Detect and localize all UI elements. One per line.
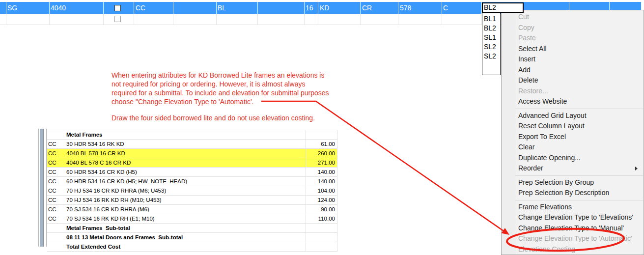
column-divider xyxy=(103,2,104,14)
column-divider xyxy=(442,14,442,25)
column-divider xyxy=(304,14,305,25)
menu-item-restore: Restore... xyxy=(502,86,644,97)
app-canvas: SG 4040 CC BL 16 KD CR 578 C BL1 BL2 SL1… xyxy=(0,0,644,255)
menu-item-prep-selection-by-group[interactable]: Prep Selection By Group xyxy=(502,177,644,188)
report-row[interactable]: CC 70 SJ 534 16 CR KD RHRA (M6) 90.00 xyxy=(47,205,337,214)
grid-cell[interactable]: 578 xyxy=(400,4,411,12)
grid-cell[interactable]: 16 xyxy=(306,4,313,12)
report-row[interactable]: CC 60 HDR 534 16 CR KD (H5) 140.00 xyxy=(47,168,337,177)
report-row[interactable]: CC 30 HDR 534 16 RK KD 61.00 xyxy=(47,140,337,149)
column-divider xyxy=(398,14,398,25)
column-divider xyxy=(134,14,134,25)
column-divider xyxy=(216,2,217,14)
annotation-paragraph: When entering attributes for KD Borrowed… xyxy=(112,71,329,106)
report-subtotal-row: 08 11 13 Metal Doors and Frames Sub-tota… xyxy=(47,233,337,242)
grid-cell[interactable]: KD xyxy=(320,4,329,12)
menu-item-advanced-grid-layout[interactable]: Advanced Grid Layout xyxy=(502,111,644,121)
menu-item-change-elevation-type-manual[interactable]: Change Elevation Type to 'Manual' xyxy=(502,223,644,234)
column-divider xyxy=(6,14,6,25)
annotation-paragraph: Draw the four sided borrowed lite and do… xyxy=(112,113,329,122)
column-divider xyxy=(6,2,6,14)
menu-item-paste: Paste xyxy=(502,33,644,44)
group-header-label: Metal Frames xyxy=(66,130,306,139)
pane-splitter[interactable] xyxy=(38,129,47,247)
menu-item-reset-column-layout[interactable]: Reset Column Layout xyxy=(502,121,644,132)
column-divider xyxy=(318,14,318,25)
second-row-checkbox[interactable] xyxy=(114,16,121,22)
column-divider xyxy=(318,2,318,14)
report-subtotal-row: Metal Frames Sub-total xyxy=(47,224,337,233)
selected-row-checkbox[interactable] xyxy=(114,5,121,11)
menu-item-reorder[interactable]: Reorder xyxy=(502,163,644,174)
menu-item-delete[interactable]: Delete xyxy=(502,75,644,86)
dropdown-option[interactable]: BL1 xyxy=(482,14,500,24)
menu-item-change-elevation-type-automatic: Change Elevation Type to 'Automatic' xyxy=(502,233,644,244)
menu-item-elevations-costing: Elevations Costing xyxy=(502,244,644,255)
menu-item-insert[interactable]: Insert xyxy=(502,54,644,65)
menu-item-add[interactable]: Add xyxy=(502,65,644,76)
column-divider xyxy=(134,2,134,14)
column-divider xyxy=(257,14,258,25)
menu-separator xyxy=(515,200,643,200)
column-divider xyxy=(216,14,217,25)
column-divider xyxy=(103,14,104,25)
menu-item-access-website[interactable]: Access Website xyxy=(502,96,644,107)
menu-item-change-elevation-type-elevations[interactable]: Change Elevation Type to 'Elevations' xyxy=(502,212,644,223)
grid-cell[interactable]: 4040 xyxy=(51,4,66,12)
column-divider xyxy=(173,14,173,25)
grid-cell[interactable]: SG xyxy=(7,4,17,12)
annotation-note: When entering attributes for KD Borrowed… xyxy=(112,71,329,122)
submenu-arrow-icon xyxy=(635,167,638,170)
report-group-header: Metal Frames xyxy=(47,130,337,140)
grid-cell[interactable]: CC xyxy=(136,4,145,12)
column-divider xyxy=(442,2,442,14)
menu-item-clear[interactable]: Clear xyxy=(502,142,644,153)
menu-item-copy: Copy xyxy=(502,23,644,33)
report-row[interactable]: CC 60 HDR 534 16 CR KD (H5; HW_NOTE_HEAD… xyxy=(47,177,337,186)
column-divider xyxy=(49,2,50,14)
menu-item-export-to-excel[interactable]: Export To Excel xyxy=(502,132,644,142)
report-row-highlighted[interactable]: CC 4040 BL 578 C 16 CR KD 271.00 xyxy=(47,158,337,168)
column-divider xyxy=(360,2,361,14)
grid-cell[interactable]: C xyxy=(443,4,448,12)
column-divider xyxy=(173,2,173,14)
cell-editor-input[interactable]: BL2 xyxy=(482,2,524,13)
menu-separator xyxy=(515,175,643,176)
elevation-dropdown-list: BL1 BL2 SL1 SL2 SL2 xyxy=(482,13,501,75)
column-divider xyxy=(360,14,361,25)
column-divider xyxy=(49,14,50,25)
menu-item-cut: Cut xyxy=(502,12,644,23)
grid-cell[interactable]: CR xyxy=(362,4,372,12)
menu-item-label: Reorder xyxy=(518,164,543,172)
menu-item-select-all[interactable]: Select All xyxy=(502,44,644,55)
menu-separator xyxy=(515,109,643,109)
dropdown-option[interactable]: SL2 xyxy=(482,42,500,52)
column-divider xyxy=(257,2,258,14)
menu-item-duplicate-opening[interactable]: Duplicate Opening... xyxy=(502,153,644,164)
column-divider xyxy=(304,2,305,14)
dropdown-option[interactable]: BL2 xyxy=(482,24,500,33)
report-total-row: Total Extended Cost xyxy=(47,242,337,252)
menu-item-frame-elevations[interactable]: Frame Elevations xyxy=(502,202,644,213)
report-row[interactable]: CC 70 SJ 534 16 RK KD RH (E1; M10) 110.0… xyxy=(47,214,337,224)
menu-item-prep-selection-by-description[interactable]: Prep Selection By Description xyxy=(502,188,644,198)
report-row-highlighted[interactable]: CC 4040 BL 578 16 CR KD 260.00 xyxy=(47,149,337,158)
context-menu: Cut Copy Paste Select All Insert Add Del… xyxy=(501,10,644,255)
dropdown-option[interactable]: SL1 xyxy=(482,33,500,42)
cost-report-table: Metal Frames CC 30 HDR 534 16 RK KD 61.0… xyxy=(47,130,337,252)
grid-cell[interactable]: BL xyxy=(218,4,226,12)
report-row[interactable]: CC 70 HJ 534 16 CR KD RHRA (M6; U453) 10… xyxy=(47,186,337,196)
column-divider xyxy=(398,2,398,14)
dropdown-option[interactable]: SL2 xyxy=(482,52,500,61)
report-row[interactable]: CC 70 HJ 534 16 RK KD RH (M10; U453) 124… xyxy=(47,196,337,205)
